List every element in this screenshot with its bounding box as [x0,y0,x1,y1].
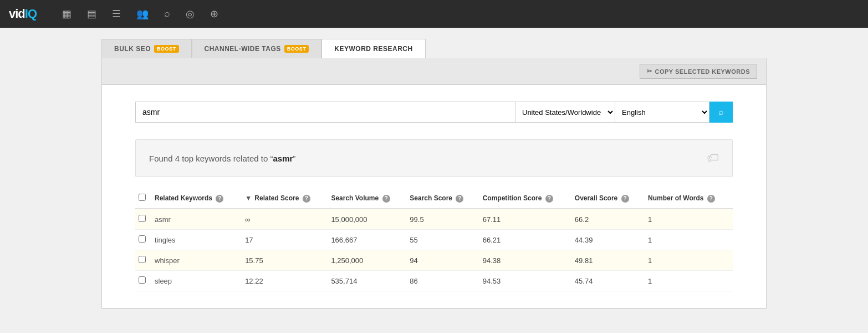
table-body: asmr ∞ 15,000,000 99.5 67.11 66.2 1 ting… [135,209,733,291]
row-search-volume-0: 15,000,000 [328,209,406,230]
row-keyword-3: sleep [151,271,242,291]
row-checkbox-cell [135,209,151,230]
related-score-header: ▼ Related Score ? [242,188,328,209]
film-icon[interactable]: ▤ [87,8,96,20]
row-overall-score-2: 49.81 [571,250,645,271]
tab-keyword-research[interactable]: KEYWORD RESEARCH [321,39,425,58]
region-select[interactable]: United States/Worldwide United Kingdom C… [515,102,615,123]
tab-bulk-seo-badge: BOOST [154,45,179,53]
tab-channel-wide-tags[interactable]: CHANNEL-WIDE TAGS BOOST [192,39,322,58]
logo-vid: vid [9,7,25,21]
row-related-score-3: 12.22 [242,271,328,291]
search-nav-icon[interactable]: ⌕ [164,8,170,20]
row-num-words-2: 1 [645,250,733,271]
results-prefix: Found 4 top keywords related to “ [149,154,273,163]
keywords-table: Related Keywords ? ▼ Related Score ? Sea… [135,188,733,291]
search-volume-help-icon[interactable]: ? [382,195,390,203]
competition-score-header: Competition Score ? [479,188,571,209]
row-search-volume-2: 1,250,000 [328,250,406,271]
search-score-header: Search Score ? [406,188,479,209]
tab-channel-wide-tags-label: CHANNEL-WIDE TAGS [205,45,281,53]
navbar: vidIQ ▦ ▤ ☰ 👥 ⌕ ◎ ⊕ [0,0,868,28]
row-num-words-0: 1 [645,209,733,230]
results-keyword: asmr [273,154,293,163]
row-checkbox-cell [135,271,151,291]
row-competition-score-0: 67.11 [479,209,571,230]
plus-circle-icon[interactable]: ⊕ [210,8,218,20]
search-button-icon: ⌕ [718,107,724,117]
search-score-help-icon[interactable]: ? [456,195,463,203]
copy-bar: ✂ COPY SELECTED KEYWORDS [102,58,766,85]
row-checkbox-0[interactable] [139,215,146,222]
search-score-label: Search Score [410,194,452,202]
row-overall-score-3: 45.74 [571,271,645,291]
select-all-checkbox[interactable] [139,194,146,201]
table-header-row: Related Keywords ? ▼ Related Score ? Sea… [135,188,733,209]
related-keywords-help-icon[interactable]: ? [216,195,223,203]
search-input[interactable] [135,102,515,123]
search-button[interactable]: ⌕ [709,102,733,123]
overall-score-help-icon[interactable]: ? [621,195,629,203]
row-competition-score-1: 66.21 [479,230,571,250]
row-keyword-0: asmr [151,209,242,230]
row-related-score-2: 15.75 [242,250,328,271]
list-icon[interactable]: ☰ [112,8,121,20]
results-banner: Found 4 top keywords related to “asmr” 🏷… [135,139,733,177]
number-of-words-header: Number of Words ? [645,188,733,209]
row-keyword-2: whisper [151,250,242,271]
eye-icon[interactable]: ◎ [186,8,195,20]
table-row: sleep 12.22 535,714 86 94.53 45.74 1 [135,271,733,291]
row-keyword-1: tingles [151,230,242,250]
row-competition-score-2: 94.38 [479,250,571,271]
row-competition-score-3: 94.53 [479,271,571,291]
tabs: BULK SEO BOOST CHANNEL-WIDE TAGS BOOST K… [101,39,767,58]
overall-score-header: Overall Score ? [571,188,645,209]
main-content: BULK SEO BOOST CHANNEL-WIDE TAGS BOOST K… [101,28,767,309]
results-text: Found 4 top keywords related to “asmr” [149,154,295,163]
panel: ✂ COPY SELECTED KEYWORDS United States/W… [101,58,767,309]
row-search-score-3: 86 [406,271,479,291]
competition-score-label: Competition Score [483,194,542,202]
row-related-score-0: ∞ [242,209,328,230]
row-num-words-3: 1 [645,271,733,291]
row-search-volume-1: 166,667 [328,230,406,250]
tab-bulk-seo-label: BULK SEO [114,45,151,53]
results-suffix: ” [293,154,295,163]
row-num-words-1: 1 [645,230,733,250]
select-all-header [135,188,151,209]
logo-iq: IQ [25,7,37,21]
tab-channel-wide-tags-badge: BOOST [284,45,309,53]
copy-button-label: COPY SELECTED KEYWORDS [655,68,750,75]
copy-selected-keywords-button[interactable]: ✂ COPY SELECTED KEYWORDS [640,64,757,79]
language-select[interactable]: English Spanish French German Japanese [615,102,709,123]
table-row: whisper 15.75 1,250,000 94 94.38 49.81 1 [135,250,733,271]
row-checkbox-3[interactable] [139,276,146,284]
table-area: Related Keywords ? ▼ Related Score ? Sea… [102,188,766,308]
sort-down-icon[interactable]: ▼ [245,194,252,202]
related-score-label: Related Score [254,194,299,202]
row-search-score-1: 55 [406,230,479,250]
row-checkbox-cell [135,230,151,250]
logo: vidIQ [9,7,37,21]
row-search-score-0: 99.5 [406,209,479,230]
table-row: tingles 17 166,667 55 66.21 44.39 1 [135,230,733,250]
related-score-help-icon[interactable]: ? [303,195,310,203]
tab-bulk-seo[interactable]: BULK SEO BOOST [101,39,192,58]
related-keywords-header: Related Keywords ? [151,188,242,209]
row-checkbox-1[interactable] [139,235,146,243]
number-of-words-help-icon[interactable]: ? [707,195,715,203]
competition-score-help-icon[interactable]: ? [545,195,553,203]
row-overall-score-0: 66.2 [571,209,645,230]
bar-chart-icon[interactable]: ▦ [62,8,72,20]
search-volume-label: Search Volume [331,194,379,202]
row-overall-score-1: 44.39 [571,230,645,250]
row-related-score-1: 17 [242,230,328,250]
row-checkbox-2[interactable] [139,256,146,263]
table-row: asmr ∞ 15,000,000 99.5 67.11 66.2 1 [135,209,733,230]
row-checkbox-cell [135,250,151,271]
tag-icon: 🏷︎ [707,151,719,165]
copy-icon: ✂ [647,68,652,75]
nav-icons: ▦ ▤ ☰ 👥 ⌕ ◎ ⊕ [62,8,218,20]
users-icon[interactable]: 👥 [136,8,149,20]
related-keywords-label: Related Keywords [155,194,212,202]
